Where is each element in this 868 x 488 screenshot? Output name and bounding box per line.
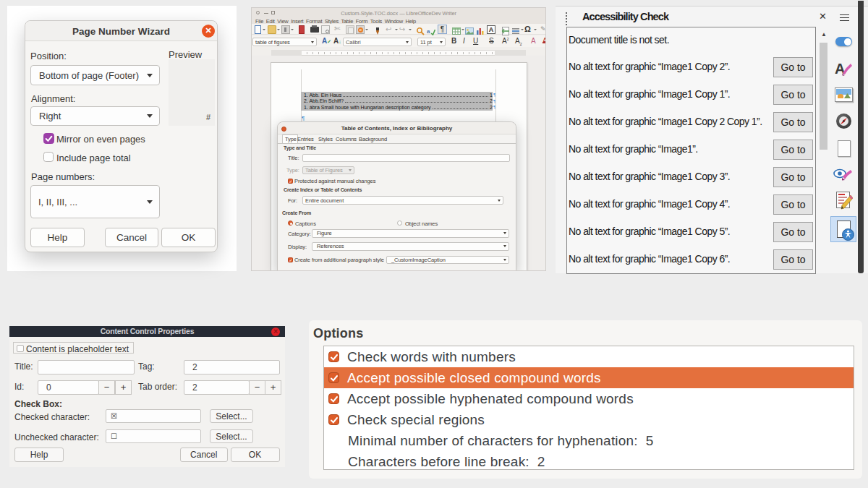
- svg-text:a: a: [427, 28, 430, 35]
- svg-text:A: A: [835, 61, 845, 77]
